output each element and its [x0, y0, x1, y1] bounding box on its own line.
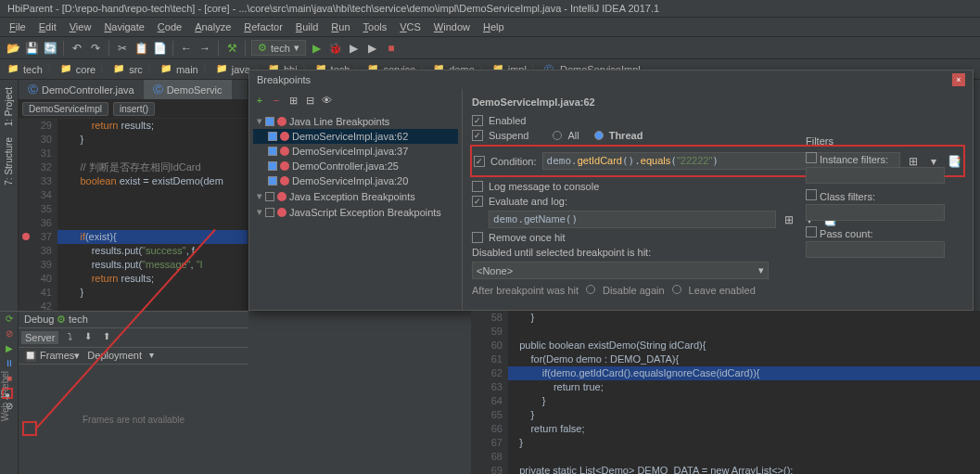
breakpoint-detail: DemoServiceImpl.java:62 Enabled Suspend … — [463, 89, 973, 310]
remove-once-checkbox[interactable] — [472, 232, 483, 243]
group-icon[interactable]: ⊞ — [286, 95, 299, 108]
paste-icon[interactable]: 📄 — [152, 41, 167, 56]
redo-icon[interactable]: ↷ — [88, 41, 103, 56]
editor-tab[interactable]: ⒸDemoController.java — [19, 80, 144, 99]
instance-filter-input[interactable] — [806, 167, 945, 184]
menu-help[interactable]: Help — [477, 19, 510, 34]
leave-enabled-radio[interactable] — [672, 285, 681, 294]
pause-icon[interactable]: ⏸ — [2, 358, 17, 371]
undo-icon[interactable]: ↶ — [70, 41, 84, 56]
run-config-selector[interactable]: ⚙tech▾ — [251, 40, 306, 56]
add-breakpoint-icon[interactable]: + — [253, 95, 266, 108]
thread-radio[interactable] — [594, 131, 604, 140]
class-filter-input[interactable] — [806, 204, 945, 221]
breakpoint-item[interactable]: DemoServiceImpl.java:37 — [253, 144, 458, 159]
stop-icon[interactable]: ⊘ — [2, 328, 17, 341]
menu-window[interactable]: Window — [428, 19, 476, 34]
step-over-icon[interactable]: ⤵ — [62, 331, 77, 344]
menu-build[interactable]: Build — [290, 19, 324, 34]
breadcrumb-item[interactable]: 📁main — [160, 63, 198, 76]
menu-view[interactable]: View — [64, 19, 97, 34]
class-filter-checkbox[interactable] — [806, 189, 817, 200]
editor-tabs: ⒸDemoController.javaⒸDemoServic — [19, 80, 248, 100]
back-icon[interactable]: ← — [179, 41, 194, 56]
disabled-until-select[interactable]: <None>▾ — [472, 262, 769, 279]
main-toolbar: 📂 💾 🔄 ↶ ↷ ✂ 📋 📄 ← → ⚒ ⚙tech▾ ▶ 🐞 ▶ ▶ ■ — [0, 37, 980, 59]
build-icon[interactable]: ⚒ — [224, 41, 239, 56]
breakpoint-item[interactable]: DemoServiceImpl.java:20 — [253, 173, 458, 188]
debug-tool-window: ⟳ ⊘ ▶ ⏸ ■ ● ⊘ Debug ⚙ tech Server ⤵ ⬇ ⬆ … — [0, 311, 248, 474]
crumb-class[interactable]: DemoServiceImpl — [22, 102, 108, 116]
menu-navigate[interactable]: Navigate — [98, 19, 149, 34]
breakpoints-tree: + − ⊞ ⊟ 👁 ▾Java Line BreakpointsDemoServ… — [249, 89, 463, 310]
breakpoint-item[interactable]: DemoController.java:25 — [253, 159, 458, 173]
crumb-method[interactable]: insert() — [113, 102, 155, 116]
evaluate-input[interactable]: demo.getName() — [489, 211, 776, 228]
view-icon[interactable]: 👁 — [320, 95, 333, 108]
pass-count-checkbox[interactable] — [806, 226, 817, 237]
profile-icon[interactable]: ▶ — [365, 41, 380, 56]
breakpoint-item[interactable]: DemoServiceImpl.java:62 — [253, 129, 458, 144]
deployment-tab[interactable]: Deployment — [87, 350, 142, 362]
breadcrumb-item[interactable]: 📁java — [216, 63, 250, 76]
enabled-checkbox[interactable] — [472, 115, 483, 126]
editor-tab[interactable]: ⒸDemoServic — [144, 80, 232, 99]
step-out-icon[interactable]: ⬆ — [99, 331, 114, 344]
breakpoint-name: DemoServiceImpl.java:62 — [472, 96, 963, 108]
menu-refactor[interactable]: Refactor — [238, 19, 288, 34]
forward-icon[interactable]: → — [197, 41, 212, 56]
menu-vcs[interactable]: VCS — [394, 19, 426, 34]
breakpoints-dialog: Breakpoints × + − ⊞ ⊟ 👁 ▾Java Line Break… — [248, 70, 974, 311]
server-tab[interactable]: Server — [21, 331, 58, 344]
menu-run[interactable]: Run — [325, 19, 355, 34]
breakpoint-group[interactable]: ▾Java Exception Breakpoints — [253, 188, 458, 204]
breadcrumb-item[interactable]: 📁core — [60, 63, 95, 76]
breakpoint-preview-editor[interactable]: 58596061626364656667686970 } public bool… — [471, 311, 980, 474]
breakpoints-title: Breakpoints — [257, 74, 311, 85]
structure-tool-button[interactable]: 7: Structure — [3, 134, 15, 189]
step-into-icon[interactable]: ⬇ — [81, 331, 95, 344]
remove-breakpoint-icon[interactable]: − — [270, 95, 283, 108]
copy-icon[interactable]: 📋 — [134, 41, 148, 56]
window-title: HbiParent - [D:\repo-hand\repo-tech\tech… — [0, 0, 980, 18]
menu-code[interactable]: Code — [152, 19, 187, 34]
project-tool-button[interactable]: 1: Project — [3, 83, 15, 130]
suspend-checkbox[interactable] — [472, 130, 483, 141]
menu-edit[interactable]: Edit — [33, 19, 62, 34]
main-menu: FileEditViewNavigateCodeAnalyzeRefactorB… — [0, 18, 980, 37]
instance-filter-checkbox[interactable] — [806, 152, 817, 163]
disable-again-radio[interactable] — [586, 285, 595, 294]
pass-count-input[interactable] — [806, 241, 945, 258]
log-message-checkbox[interactable] — [472, 181, 483, 192]
editor-breadcrumbs: DemoServiceImpl insert() — [19, 100, 248, 119]
run-icon[interactable]: ▶ — [310, 41, 325, 56]
menu-file[interactable]: File — [4, 19, 32, 34]
cut-icon[interactable]: ✂ — [115, 41, 130, 56]
evaluate-log-checkbox[interactable] — [472, 196, 483, 207]
breakpoint-group[interactable]: ▾JavaScript Exception Breakpoints — [253, 204, 458, 220]
expand-icon[interactable]: ⊞ — [782, 212, 796, 227]
condition-checkbox[interactable] — [474, 156, 485, 167]
coverage-icon[interactable]: ▶ — [347, 41, 362, 56]
debug-icon[interactable]: 🐞 — [328, 41, 343, 56]
stop-icon[interactable]: ■ — [384, 41, 399, 56]
menu-tools[interactable]: Tools — [358, 19, 393, 34]
open-icon[interactable]: 📂 — [6, 41, 20, 56]
group-icon-2[interactable]: ⊟ — [303, 95, 316, 108]
breadcrumb-item[interactable]: 📁src — [113, 63, 143, 76]
menu-analyze[interactable]: Analyze — [189, 19, 236, 34]
save-icon[interactable]: 💾 — [24, 41, 39, 56]
breakpoint-group[interactable]: ▾Java Line Breakpoints — [253, 113, 458, 129]
all-radio[interactable] — [553, 131, 562, 140]
close-icon[interactable]: × — [952, 73, 965, 86]
frames-empty-label: Frames are not available — [19, 365, 248, 474]
refresh-icon[interactable]: 🔄 — [43, 41, 57, 56]
resume-icon[interactable]: ▶ — [2, 343, 17, 356]
rerun-icon[interactable]: ⟳ — [2, 314, 17, 327]
breadcrumb-item[interactable]: 📁tech — [7, 63, 43, 76]
